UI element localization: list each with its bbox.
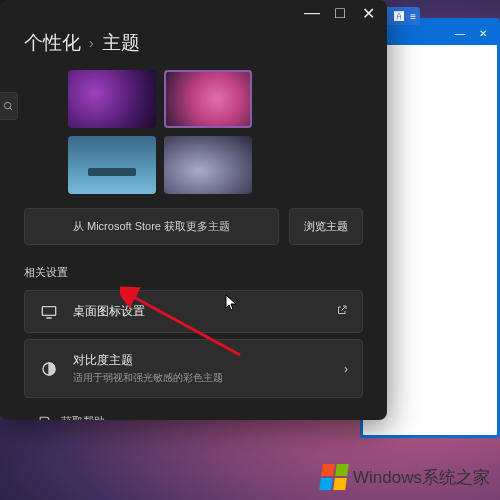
svg-point-0 <box>4 102 10 108</box>
settings-window: — □ ✕ 个性化 › 主题 从 Microsoft Store 获取更多主题 … <box>0 0 387 420</box>
chevron-right-icon: › <box>344 362 348 376</box>
store-row: 从 Microsoft Store 获取更多主题 浏览主题 <box>24 208 363 245</box>
bgwin-min-icon[interactable]: — <box>455 28 465 39</box>
contrast-themes-row[interactable]: 对比度主题 适用于弱视和强光敏感的彩色主题 › <box>24 339 363 398</box>
watermark: Windows系统之家 <box>321 464 490 490</box>
theme-tile-3[interactable] <box>68 136 156 194</box>
maximize-button[interactable]: □ <box>335 8 345 18</box>
contrast-icon <box>39 361 59 377</box>
close-button[interactable]: ✕ <box>363 8 373 18</box>
store-text: 从 Microsoft Store 获取更多主题 <box>24 208 279 245</box>
svg-line-1 <box>10 107 12 109</box>
browse-themes-button[interactable]: 浏览主题 <box>289 208 363 245</box>
ime-mode-icon[interactable]: 🅰 <box>394 11 404 22</box>
ime-menu-icon[interactable]: ≡ <box>410 11 416 22</box>
contrast-themes-label: 对比度主题 <box>73 352 344 369</box>
related-settings-label: 相关设置 <box>24 265 363 280</box>
theme-tile-4[interactable] <box>164 136 252 194</box>
watermark-text: Windows系统之家 <box>353 466 490 489</box>
desktop-icon-settings-row[interactable]: 桌面图标设置 <box>24 290 363 333</box>
theme-grid <box>68 70 363 194</box>
monitor-icon <box>39 305 59 319</box>
search-icon <box>3 101 14 112</box>
external-link-icon <box>336 304 348 319</box>
theme-tile-1[interactable] <box>68 70 156 128</box>
theme-tile-2[interactable] <box>164 70 252 128</box>
help-icon <box>38 415 51 420</box>
search-input[interactable] <box>0 92 18 120</box>
contrast-themes-subtitle: 适用于弱视和强光敏感的彩色主题 <box>73 371 344 385</box>
windows-logo-icon <box>319 464 349 490</box>
get-help-label: 获取帮助 <box>61 414 105 420</box>
breadcrumb-parent[interactable]: 个性化 <box>24 30 81 56</box>
chevron-right-icon: › <box>89 35 94 51</box>
titlebar: — □ ✕ <box>293 0 387 26</box>
bgwin-close-icon[interactable]: ✕ <box>479 28 487 39</box>
svg-rect-2 <box>42 306 55 315</box>
minimize-button[interactable]: — <box>307 8 317 18</box>
breadcrumb-current: 主题 <box>102 30 140 56</box>
get-help-row[interactable]: 获取帮助 <box>24 404 363 420</box>
desktop-icon-settings-label: 桌面图标设置 <box>73 303 336 320</box>
